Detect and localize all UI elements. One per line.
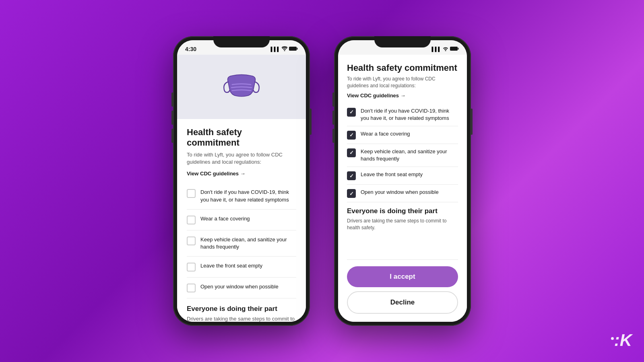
checklist-item-1-1[interactable]: Don't ride if you have COVID-19, think y… xyxy=(187,183,296,209)
checklist-item-1-4[interactable]: Leave the front seat empty xyxy=(187,257,296,278)
decline-button[interactable]: Decline xyxy=(347,291,458,314)
accept-button[interactable]: I accept xyxy=(347,266,458,287)
status-icons-1: ▌▌▌ xyxy=(271,46,298,52)
checklist-item-1-2[interactable]: Wear a face covering xyxy=(187,210,296,230)
mask-banner xyxy=(177,55,306,119)
checkbox-2-5[interactable] xyxy=(347,189,356,198)
checklist-item-2-2[interactable]: Wear a face covering xyxy=(347,126,458,144)
volume-down-btn-2 xyxy=(332,129,334,143)
wifi-icon-2 xyxy=(443,46,448,52)
item-text-1-1: Don't ride if you have COVID-19, think y… xyxy=(200,189,296,203)
checkbox-1-1[interactable] xyxy=(187,189,196,198)
cdc-link-1[interactable]: View CDC guidelines → xyxy=(187,171,296,177)
item-text-2-4: Leave the front seat empty xyxy=(361,171,458,178)
phone-2-buttons: I accept Decline xyxy=(338,255,467,322)
status-icons-2: ▌▌▌ xyxy=(432,46,459,52)
phone-1-text-content: Health safety commitment To ride with Ly… xyxy=(177,119,306,322)
svg-rect-1 xyxy=(297,48,297,50)
volume-mute-btn-2 xyxy=(332,93,334,107)
checklist-1: Don't ride if you have COVID-19, think y… xyxy=(187,183,296,298)
phone-2: ▌▌▌ Health safety commitment To ride wit… xyxy=(334,36,471,326)
item-text-2-2: Wear a face covering xyxy=(361,130,458,138)
item-text-1-2: Wear a face covering xyxy=(200,215,296,222)
wifi-icon xyxy=(282,46,287,52)
everyone-title-1: Everyone is doing their part xyxy=(187,305,296,313)
volume-down-btn xyxy=(171,129,173,143)
page-title-1: Health safety commitment xyxy=(187,127,296,148)
item-text-1-4: Leave the front seat empty xyxy=(200,262,296,269)
checklist-item-2-3[interactable]: Keep vehicle clean, and sanitize your ha… xyxy=(347,144,458,167)
subtitle-2: To ride with Lyft, you agree to follow C… xyxy=(347,76,458,89)
checkbox-1-5[interactable] xyxy=(187,284,196,292)
everyone-subtitle-1: Drivers are taking the same steps to com… xyxy=(187,315,296,322)
subtitle-1: To ride with Lyft, you agree to follow C… xyxy=(187,151,296,166)
signal-icon: ▌▌▌ xyxy=(271,47,280,51)
phone-2-content: Health safety commitment To ride with Ly… xyxy=(338,55,467,322)
page-title-2: Health safety commitment xyxy=(347,63,458,73)
power-btn xyxy=(310,109,312,135)
checklist-item-2-4[interactable]: Leave the front seat empty xyxy=(347,167,458,185)
checklist-item-2-1[interactable]: Don't ride if you have COVID-19, think y… xyxy=(347,103,458,126)
phone-2-text-area: Health safety commitment To ride with Ly… xyxy=(338,55,467,255)
phone-1-content: Health safety commitment To ride with Ly… xyxy=(177,55,306,322)
power-btn-2 xyxy=(471,109,473,135)
watermark-dot-1 xyxy=(611,337,614,340)
checkbox-2-2[interactable] xyxy=(347,131,356,140)
svg-rect-3 xyxy=(458,48,459,50)
volume-up-btn xyxy=(171,111,173,125)
svg-rect-2 xyxy=(450,47,458,51)
knowtechie-watermark: :K xyxy=(611,331,632,350)
signal-icon-2: ▌▌▌ xyxy=(432,47,441,51)
battery-icon xyxy=(289,46,298,52)
checklist-item-1-5[interactable]: Open your window when possible xyxy=(187,278,296,298)
item-text-1-3: Keep vehicle clean, and sanitize your ha… xyxy=(200,236,296,251)
everyone-subtitle-2: Drivers are taking the same steps to com… xyxy=(347,218,458,231)
everyone-title-2: Everyone is doing their part xyxy=(347,207,458,215)
everyone-section-1: Everyone is doing their part Drivers are… xyxy=(187,298,296,322)
volume-mute-btn xyxy=(171,93,173,107)
checkbox-2-1[interactable] xyxy=(347,108,356,117)
checkbox-1-2[interactable] xyxy=(187,216,196,224)
checklist-2: Don't ride if you have COVID-19, think y… xyxy=(347,103,458,203)
checklist-item-1-3[interactable]: Keep vehicle clean, and sanitize your ha… xyxy=(187,230,296,257)
item-text-2-3: Keep vehicle clean, and sanitize your ha… xyxy=(361,148,458,162)
mask-illustration xyxy=(221,71,262,103)
phones-container: 4:30 ▌▌▌ xyxy=(173,36,471,326)
volume-up-btn-2 xyxy=(332,111,334,125)
item-text-2-5: Open your window when possible xyxy=(361,189,458,196)
checklist-item-2-5[interactable]: Open your window when possible xyxy=(347,185,458,202)
phone-1-screen: 4:30 ▌▌▌ xyxy=(177,40,306,322)
svg-rect-0 xyxy=(289,47,297,51)
checkbox-1-3[interactable] xyxy=(187,237,196,245)
item-text-2-1: Don't ride if you have COVID-19, think y… xyxy=(361,107,458,122)
cdc-link-2[interactable]: View CDC guidelines → xyxy=(347,93,458,99)
phone-2-screen: ▌▌▌ Health safety commitment To ride wit… xyxy=(338,40,467,322)
status-time-1: 4:30 xyxy=(185,46,196,52)
watermark-k: :K xyxy=(614,331,632,350)
checkbox-2-4[interactable] xyxy=(347,171,356,180)
checkbox-1-4[interactable] xyxy=(187,263,196,272)
status-bar-2: ▌▌▌ xyxy=(338,40,467,55)
item-text-1-5: Open your window when possible xyxy=(200,283,296,290)
battery-icon-2 xyxy=(450,46,459,52)
phone-1: 4:30 ▌▌▌ xyxy=(173,36,310,326)
button-divider xyxy=(347,259,458,260)
status-bar-1: 4:30 ▌▌▌ xyxy=(177,40,306,55)
checkbox-2-3[interactable] xyxy=(347,148,356,157)
everyone-section-2: Everyone is doing their part Drivers are… xyxy=(347,202,458,234)
